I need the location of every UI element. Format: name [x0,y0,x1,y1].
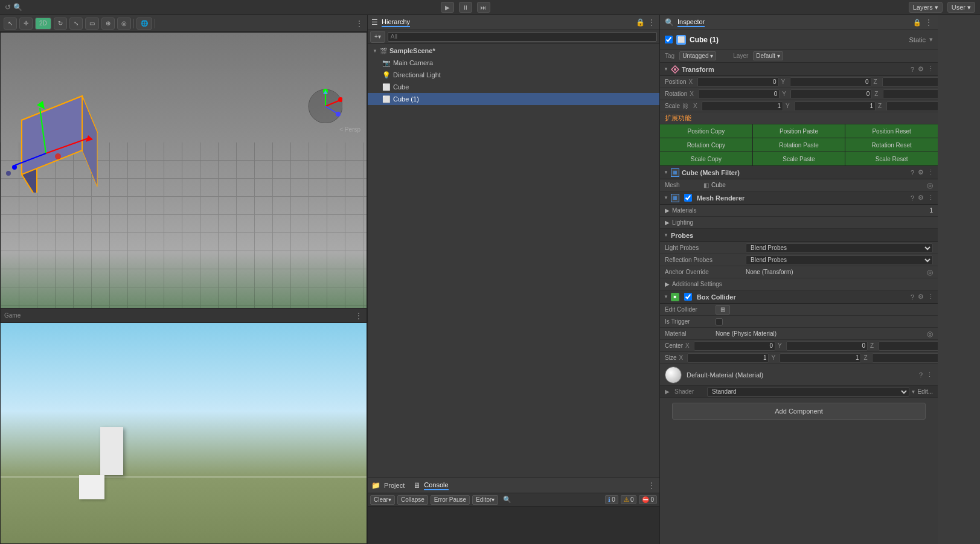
transform-settings[interactable]: ⚙ [918,65,924,73]
mf-more[interactable]: ⋮ [927,168,934,176]
scale-reset-btn[interactable]: Scale Reset [845,152,938,165]
error-pause-btn[interactable]: Error Pause [431,495,470,505]
anchor-select-btn[interactable]: ◎ [927,268,933,277]
error-count: ⛔ 0 [639,495,657,504]
transform-header[interactable]: ▼ Transform ? ⚙ ⋮ [660,63,938,76]
pos-x-input[interactable] [697,77,779,87]
rot-reset-btn[interactable]: Rotation Reset [845,138,938,152]
mesh-filter-header[interactable]: ▼ ▦ Cube (Mesh Filter) ? ⚙ ⋮ [660,166,938,179]
lighting-row[interactable]: ▶ Lighting [660,217,938,229]
scale-copy-btn[interactable]: Scale Copy [660,152,752,165]
game-more[interactable]: ⋮ [354,311,363,321]
hierarchy-more[interactable]: ⋮ [647,18,656,27]
pos-y-input[interactable] [790,77,871,87]
global-tool[interactable]: 🌐 [136,18,152,30]
clear-btn[interactable]: Clear ▾ [370,495,395,505]
layer-dropdown[interactable]: Default ▾ [753,51,783,60]
bc-enabled-checkbox[interactable] [684,293,692,301]
console-tab[interactable]: Console [424,481,448,490]
tag-dropdown[interactable]: Untagged ▾ [679,51,716,60]
scale-tool[interactable]: ⤡ [69,18,83,30]
hierarchy-lock[interactable]: 🔒 [636,18,645,27]
materials-row[interactable]: ▶ Materials 1 [660,205,938,217]
transform-tool[interactable]: ↖ [4,18,17,30]
hierarchy-tab[interactable]: Hierarchy [382,18,410,27]
mr-enabled-checkbox[interactable] [684,194,692,202]
combined-tool[interactable]: ⊕ [101,18,115,30]
scale-y-input[interactable] [794,101,876,111]
mat-more[interactable]: ⋮ [926,371,933,379]
rect-tool[interactable]: ▭ [85,18,99,30]
more-options[interactable]: ⋮ [355,19,363,28]
layers-dropdown[interactable]: Layers ▾ [909,2,943,13]
hierarchy-search[interactable] [388,32,657,42]
is-trigger-checkbox[interactable] [716,318,723,325]
mode-2d[interactable]: 2D [35,18,51,30]
hierarchy-add-btn[interactable]: +▾ [370,31,385,43]
hierarchy-cube[interactable]: ⬜ Cube [368,81,659,93]
project-tab[interactable]: Project [384,482,405,489]
bc-cx-input[interactable] [694,341,775,351]
bc-sz-input[interactable] [872,353,938,363]
shader-select[interactable]: Standard [707,387,909,397]
rot-z-input[interactable] [883,89,938,99]
hierarchy-scene-root[interactable]: ▼ 🎬 SampleScene* [368,45,659,57]
bc-material-select-btn[interactable]: ◎ [927,330,933,338]
inspector-lock[interactable]: 🔒 [912,18,922,27]
bc-cz-input[interactable] [879,341,938,351]
inspector-tab[interactable]: Inspector [677,18,705,27]
pos-paste-btn[interactable]: Position Paste [753,124,845,138]
step-button[interactable]: ⏭ [477,2,490,13]
probes-header[interactable]: ▼ Probes [660,229,938,242]
bc-help[interactable]: ? [911,293,914,301]
mr-help[interactable]: ? [911,194,914,202]
reflection-probes-select[interactable]: Blend Probes [746,255,933,265]
pos-z-input[interactable] [882,77,938,87]
mesh-renderer-header[interactable]: ▼ ▦ Mesh Renderer ? ⚙ ⋮ [660,191,938,205]
additional-settings-row[interactable]: ▶ Additional Settings [660,278,938,290]
editor-btn[interactable]: Editor ▾ [472,495,498,505]
rot-x-input[interactable] [698,89,780,99]
scale-paste-btn[interactable]: Scale Paste [753,152,845,165]
bc-settings[interactable]: ⚙ [918,293,924,301]
mr-settings[interactable]: ⚙ [918,194,924,202]
pivot-tool[interactable]: ◎ [117,18,131,30]
mat-help[interactable]: ? [919,371,923,379]
bc-cy-input[interactable] [786,341,868,351]
bc-sx-input[interactable] [687,353,769,363]
user-dropdown[interactable]: User ▾ [947,2,975,13]
pos-copy-btn[interactable]: Position Copy [660,124,752,138]
rotate-tool[interactable]: ↻ [54,18,67,30]
pos-reset-btn[interactable]: Position Reset [845,124,938,138]
hierarchy-dir-light[interactable]: 💡 Directional Light [368,69,659,81]
bc-more[interactable]: ⋮ [927,293,934,301]
add-component-btn[interactable]: Add Component [672,403,926,420]
console-icon: 🖥 [413,481,420,490]
console-more[interactable]: ⋮ [647,481,656,490]
mesh-select-btn[interactable]: ◎ [927,181,933,190]
collapse-btn[interactable]: Collapse [397,495,428,505]
rot-copy-btn[interactable]: Rotation Copy [660,138,752,152]
light-probes-select[interactable]: Blend Probes [746,243,933,253]
transform-more[interactable]: ⋮ [927,65,934,73]
bc-sy-input[interactable] [780,353,861,363]
mf-settings[interactable]: ⚙ [918,168,924,176]
play-button[interactable]: ▶ [441,2,454,13]
scale-x-input[interactable] [702,101,783,111]
pause-button[interactable]: ⏸ [459,2,472,13]
search-icon: 🔍 [13,3,22,11]
bc-header[interactable]: ▼ ■ Box Collider ? ⚙ ⋮ [660,290,938,304]
shader-edit-btn[interactable]: Edit... [917,388,933,395]
hierarchy-cube1[interactable]: ⬜ Cube (1) [368,93,659,105]
rot-y-input[interactable] [790,89,872,99]
mf-help[interactable]: ? [911,169,914,176]
hierarchy-main-camera[interactable]: 📷 Main Camera [368,57,659,69]
rot-paste-btn[interactable]: Rotation Paste [753,138,845,152]
edit-collider-btn[interactable]: ⊞ [716,305,730,315]
scale-z-input[interactable] [886,101,938,111]
move-tool[interactable]: ✛ [19,18,33,30]
mr-more[interactable]: ⋮ [927,194,934,202]
inspector-more[interactable]: ⋮ [924,18,933,27]
transform-help[interactable]: ? [911,66,914,73]
obj-active-checkbox[interactable] [665,36,673,43]
